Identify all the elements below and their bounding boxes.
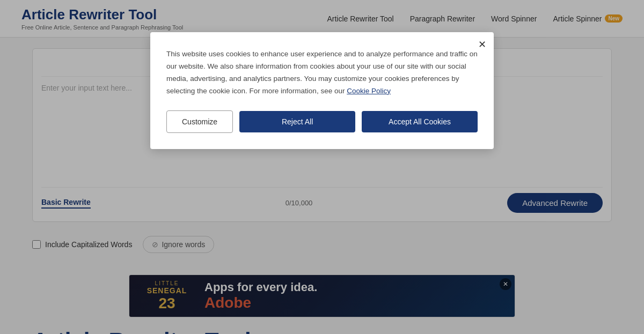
reject-all-button[interactable]: Reject All: [239, 111, 355, 132]
customize-button[interactable]: Customize: [166, 110, 233, 133]
accept-all-button[interactable]: Accept All Cookies: [362, 111, 478, 132]
cookie-policy-link[interactable]: Cookie Policy: [347, 87, 391, 95]
cookie-close-button[interactable]: ✕: [478, 40, 486, 49]
cookie-overlay: ✕ This website uses cookies to enhance u…: [0, 0, 644, 334]
cookie-modal: ✕ This website uses cookies to enhance u…: [150, 32, 494, 149]
cookie-buttons: Customize Reject All Accept All Cookies: [166, 110, 478, 133]
cookie-text: This website uses cookies to enhance use…: [166, 48, 478, 98]
